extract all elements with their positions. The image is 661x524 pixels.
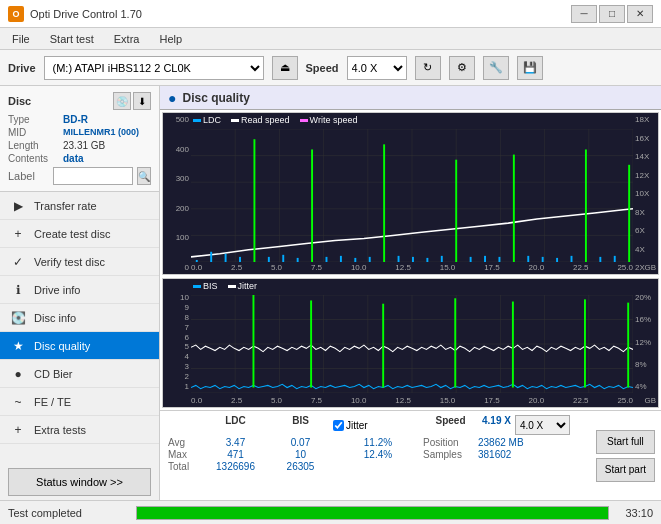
chart-top-x-axis: 0.0 2.5 5.0 7.5 10.0 12.5 15.0 17.5 20.0… xyxy=(191,263,633,272)
legend-write-label: Write speed xyxy=(310,115,358,125)
svg-rect-34 xyxy=(455,160,457,262)
legend-ldc-color xyxy=(193,119,201,122)
sidebar-item-disc-quality[interactable]: ★ Disc quality xyxy=(0,332,159,360)
disc-length-row: Length 23.31 GB xyxy=(8,140,151,151)
sidebar-item-extra-tests[interactable]: + Extra tests xyxy=(0,416,159,444)
disc-type-key: Type xyxy=(8,114,63,125)
menu-extra[interactable]: Extra xyxy=(106,31,148,47)
settings-button2[interactable]: 🔧 xyxy=(483,56,509,80)
sidebar-item-cd-bier[interactable]: ● CD Bier xyxy=(0,360,159,388)
create-disc-icon: + xyxy=(10,226,26,242)
total-ldc: 1326696 xyxy=(203,461,268,472)
legend-read-label: Read speed xyxy=(241,115,290,125)
sidebar-item-disc-info[interactable]: 💽 Disc info xyxy=(0,304,159,332)
jitter-checkbox[interactable] xyxy=(333,420,344,431)
transfer-rate-label: Transfer rate xyxy=(34,200,97,212)
titlebar: O Opti Drive Control 1.70 ─ □ ✕ xyxy=(0,0,661,28)
minimize-button[interactable]: ─ xyxy=(571,5,597,23)
maximize-button[interactable]: □ xyxy=(599,5,625,23)
legend-jitter: Jitter xyxy=(228,281,258,291)
svg-rect-19 xyxy=(239,257,241,262)
avg-ldc: 3.47 xyxy=(203,437,268,448)
disc-label-input[interactable] xyxy=(53,167,133,185)
jitter-check-container: Jitter xyxy=(333,415,423,435)
svg-rect-27 xyxy=(354,258,356,262)
svg-rect-31 xyxy=(412,257,414,262)
svg-rect-37 xyxy=(498,257,500,262)
chart-bis: BIS Jitter 10 9 8 7 6 5 4 xyxy=(162,278,659,408)
disc-type-row: Type BD-R xyxy=(8,114,151,125)
chart-bottom-x-axis: 0.0 2.5 5.0 7.5 10.0 12.5 15.0 17.5 20.0… xyxy=(191,396,633,405)
sidebar: Disc 💿 ⬇ Type BD-R MID MILLENMR1 (000) L… xyxy=(0,86,160,500)
speed-dropdown[interactable]: 4.0 X xyxy=(515,415,570,435)
save-button[interactable]: 💾 xyxy=(517,56,543,80)
sidebar-item-fe-te[interactable]: ~ FE / TE xyxy=(0,388,159,416)
svg-rect-44 xyxy=(599,257,601,262)
disc-icon-2[interactable]: ⬇ xyxy=(133,92,151,110)
start-full-button[interactable]: Start full xyxy=(596,430,655,454)
disc-quality-icon: ★ xyxy=(10,338,26,354)
total-bis: 26305 xyxy=(268,461,333,472)
total-label: Total xyxy=(168,461,203,472)
sidebar-item-create-test-disc[interactable]: + Create test disc xyxy=(0,220,159,248)
speed-label: Speed xyxy=(306,62,339,74)
sidebar-item-verify-test-disc[interactable]: ✓ Verify test disc xyxy=(0,248,159,276)
svg-rect-18 xyxy=(225,254,227,262)
legend-ldc-label: LDC xyxy=(203,115,221,125)
svg-rect-17 xyxy=(210,252,212,262)
chart-top-svg xyxy=(191,129,633,262)
svg-rect-21 xyxy=(268,257,270,262)
verify-disc-icon: ✓ xyxy=(10,254,26,270)
close-button[interactable]: ✕ xyxy=(627,5,653,23)
svg-rect-30 xyxy=(398,256,400,262)
settings-button1[interactable]: ⚙ xyxy=(449,56,475,80)
chart-bottom-legend: BIS Jitter xyxy=(193,281,257,291)
app-icon: O xyxy=(8,6,24,22)
disc-section-header: Disc 💿 ⬇ xyxy=(8,92,151,110)
content-area: ● Disc quality LDC Read speed xyxy=(160,86,661,500)
svg-rect-20 xyxy=(253,139,255,262)
fe-te-icon: ~ xyxy=(10,394,26,410)
drive-select[interactable]: (M:) ATAPI iHBS112 2 CL0K xyxy=(44,56,264,80)
stats-avg-row: Avg 3.47 0.07 11.2% Position 23862 MB xyxy=(168,437,582,448)
start-part-button[interactable]: Start part xyxy=(596,458,655,482)
disc-length-val: 23.31 GB xyxy=(63,140,105,151)
disc-label-button[interactable]: 🔍 xyxy=(137,167,151,185)
samples-val: 381602 xyxy=(478,449,511,460)
menu-help[interactable]: Help xyxy=(151,31,190,47)
svg-rect-32 xyxy=(426,258,428,262)
sidebar-item-transfer-rate[interactable]: ▶ Transfer rate xyxy=(0,192,159,220)
disc-contents-key: Contents xyxy=(8,153,63,164)
status-text: Test completed xyxy=(8,507,128,519)
svg-rect-23 xyxy=(297,258,299,262)
sidebar-item-drive-info[interactable]: ℹ Drive info xyxy=(0,276,159,304)
chart-ldc: LDC Read speed Write speed 500 400 xyxy=(162,112,659,275)
drive-label: Drive xyxy=(8,62,36,74)
disc-icon-1[interactable]: 💿 xyxy=(113,92,131,110)
refresh-button[interactable]: ↻ xyxy=(415,56,441,80)
samples-label: Samples xyxy=(423,449,478,460)
cd-bier-label: CD Bier xyxy=(34,368,73,380)
chart-top-y-right: 18X 16X 14X 12X 10X 8X 6X 4X 2X xyxy=(633,113,658,274)
status-window-button[interactable]: Status window >> xyxy=(8,468,151,496)
eject-button[interactable]: ⏏ xyxy=(272,56,298,80)
disc-info-icon: 💽 xyxy=(10,310,26,326)
position-label: Position xyxy=(423,437,478,448)
svg-rect-40 xyxy=(542,257,544,262)
speed-select[interactable]: 4.0 X xyxy=(347,56,407,80)
titlebar-title: Opti Drive Control 1.70 xyxy=(30,8,142,20)
svg-rect-45 xyxy=(614,256,616,262)
legend-bis-color xyxy=(193,285,201,288)
speed-current-val: 4.19 X xyxy=(482,415,511,435)
disc-quality-label: Disc quality xyxy=(34,340,90,352)
avg-label: Avg xyxy=(168,437,203,448)
cd-bier-icon: ● xyxy=(10,366,26,382)
menu-file[interactable]: File xyxy=(4,31,38,47)
menubar: File Start test Extra Help xyxy=(0,28,661,50)
chart-top-legend: LDC Read speed Write speed xyxy=(193,115,357,125)
col-header-ldc: LDC xyxy=(203,415,268,435)
drive-info-icon: ℹ xyxy=(10,282,26,298)
content-header-icon: ● xyxy=(168,90,176,106)
svg-rect-24 xyxy=(311,149,313,262)
menu-start-test[interactable]: Start test xyxy=(42,31,102,47)
